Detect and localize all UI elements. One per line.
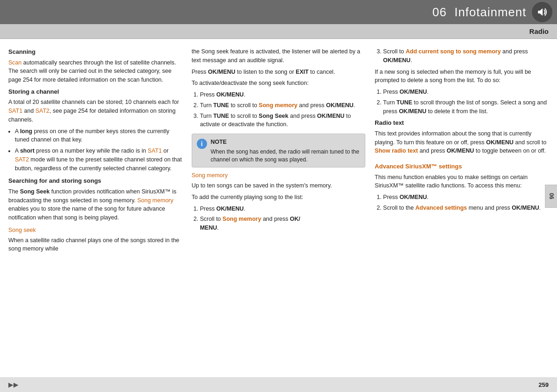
svg-marker-0 [538,8,543,16]
song-seek-bold: Song Seek [20,188,50,195]
add-step1: Press OK/MENU. [200,205,366,213]
radio-text-heading: Radio text [375,118,549,128]
chapter-number: 06 [433,5,447,19]
note-icon: i [197,139,207,149]
adv-step1: Press OK/MENU. [383,193,549,202]
bullet-short: A short press on a number key while the … [15,147,182,173]
delete-step1: Press OK/MENU. [383,88,549,96]
sat2-link: SAT2 [35,108,49,114]
section-title: Radio [529,27,549,35]
advanced-list: Press OK/MENU. Scroll to the Advanced se… [383,193,549,212]
section-header-bar: Radio [0,24,557,39]
column-2: the Song seek feature is activated, the … [187,47,370,377]
song-memory-subheading: Song memory [192,171,366,180]
speaker-icon [532,2,552,22]
add-step2: Scroll to Song memory and press OK/MENU. [200,215,366,232]
delete-step2: Turn TUNE to scroll through the list of … [383,98,549,116]
song-memory-link: Song memory [137,197,174,204]
delete-list: Press OK/MENU. Turn TUNE to scroll throu… [383,88,549,116]
song-memory-p2: To add the currently playing song to the… [192,193,366,202]
col3-step3: Scroll to Add current song to song memor… [383,47,549,65]
radio-text-para: This text provides information about the… [375,129,549,155]
advanced-heading: Advanced SiriusXM™ settings [375,162,549,171]
searching-heading: Searching for and storing songs [8,176,182,186]
note-text: When the song has ended, the radio will … [211,148,361,164]
page-header: 06 Infotainment [0,0,557,24]
song-seek-para: When a satellite radio channel plays one… [8,236,182,254]
scanning-text: automatically searches through the list … [8,59,176,84]
scan-link: Scan [8,59,22,66]
col2-p3: To activate/deactivate the song seek fun… [192,79,366,88]
note-content: NOTE When the song has ended, the radio … [211,138,361,163]
storing-para: A total of 20 satellite channels can be … [8,98,182,124]
song-memory-p1: Up to ten songs can be saved in the syst… [192,181,366,190]
scanning-heading: Scanning [8,47,182,57]
activate-list: Press OK/MENU. Turn TUNE to scroll to So… [200,90,366,129]
note-box: i NOTE When the song has ended, the radi… [192,134,366,167]
page-number: 259 [538,381,549,388]
chapter-side-tab: 06 [545,185,557,208]
song-seek-subheading: Song seek [8,226,182,235]
col2-p2: Press OK/MENU to listen to the song or E… [192,68,366,77]
adv-step2: Scroll to the Advanced settings menu and… [383,204,549,212]
searching-para: The Song Seek function provides notifica… [8,187,182,222]
footer-arrow: ▶▶ [8,381,19,388]
add-song-list: Press OK/MENU. Scroll to Song memory and… [200,205,366,232]
storing-and: and [22,108,35,114]
bullet-long: A long press on one of the number keys s… [15,127,182,145]
col2-p1: the Song seek feature is activated, the … [192,47,366,65]
content-area: Scanning Scan automatically searches thr… [0,39,557,377]
activate-step2: Turn TUNE to scroll to Song memory and p… [200,101,366,110]
new-song-para: If a new song is selected when the memor… [375,68,549,85]
page-footer: ▶▶ 259 [0,377,557,392]
chapter-title: 06 Infotainment [433,5,526,19]
activate-step3: Turn TUNE to scroll to Song Seek and pre… [200,112,366,129]
column-1: Scanning Scan automatically searches thr… [8,47,187,377]
activate-step1: Press OK/MENU. [200,90,366,99]
col3-list: Scroll to Add current song to song memor… [383,47,549,65]
sat1-link: SAT1 [8,108,22,114]
storing-bullets: A long press on one of the number keys s… [15,127,182,173]
storing-heading: Storing a channel [8,87,182,96]
storing-text1: A total of 20 satellite channels can be … [8,99,179,105]
note-title: NOTE [211,138,361,147]
advanced-para: This menu function enables you to make s… [375,173,549,191]
scanning-para: Scan automatically searches through the … [8,58,182,84]
column-3: Scroll to Add current song to song memor… [370,47,549,377]
chapter-name: Infotainment [454,5,526,19]
